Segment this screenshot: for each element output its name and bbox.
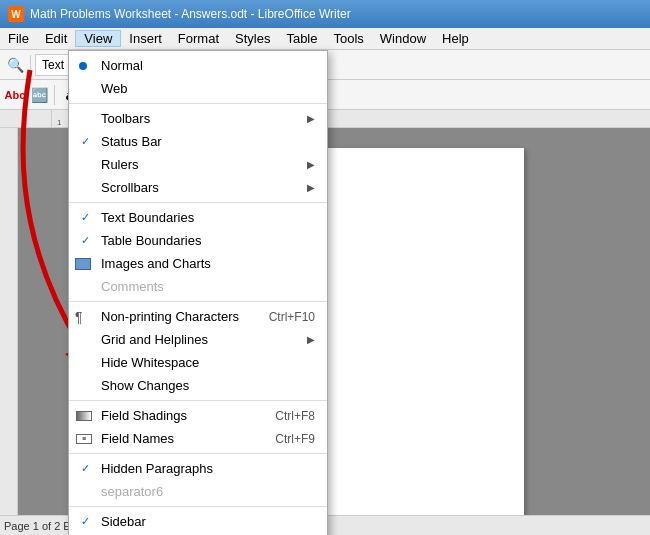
menu-format[interactable]: Format: [170, 30, 227, 47]
menu-scrollbars[interactable]: Scrollbars ▶: [69, 176, 327, 199]
separator: [30, 55, 31, 75]
menu-field-names[interactable]: ≡ Field Names Ctrl+F9: [69, 427, 327, 450]
menu-input-method-status[interactable]: separator6: [69, 480, 327, 503]
text-boundaries-label: Text Boundaries: [101, 210, 194, 225]
table-boundaries-label: Table Boundaries: [101, 233, 201, 248]
check-status-bar-icon: ✓: [77, 134, 93, 150]
field-names-label: Field Names: [101, 431, 174, 446]
grid-label: Grid and Helplines: [101, 332, 208, 347]
sidebar-label: Sidebar: [101, 514, 146, 529]
menu-toolbars[interactable]: Toolbars ▶: [69, 107, 327, 130]
menu-comments[interactable]: Comments: [69, 275, 327, 298]
menu-file[interactable]: File: [0, 30, 37, 47]
menu-edit[interactable]: Edit: [37, 30, 75, 47]
menu-field-shadings[interactable]: Field Shadings Ctrl+F8: [69, 404, 327, 427]
ruler-corner: [0, 110, 52, 128]
sep-2: [69, 202, 327, 203]
web-label: Web: [101, 81, 128, 96]
toolbar-abc-btn[interactable]: Abc: [4, 84, 26, 106]
scrollbars-arrow: ▶: [307, 182, 315, 193]
menu-styles[interactable]: Styles: [227, 30, 278, 47]
view-menu-dropdown: Normal Web Toolbars ▶ ✓ Status Bar Ruler…: [68, 50, 328, 535]
field-shading-icon: [75, 408, 93, 424]
check-hidden-paragraphs-icon: ✓: [77, 461, 93, 477]
app-icon: W: [8, 6, 24, 22]
menu-window[interactable]: Window: [372, 30, 434, 47]
menu-web[interactable]: Web: [69, 77, 327, 100]
rulers-label: Rulers: [101, 157, 139, 172]
nonprint-label: Non-printing Characters: [101, 309, 239, 324]
check-table-boundaries-icon: ✓: [77, 233, 93, 249]
menu-normal[interactable]: Normal: [69, 54, 327, 77]
menu-status-bar[interactable]: ✓ Status Bar: [69, 130, 327, 153]
sep-3: [69, 301, 327, 302]
hidden-paragraphs-label: Hidden Paragraphs: [101, 461, 213, 476]
normal-label: Normal: [101, 58, 143, 73]
hide-whitespace-label: Hide Whitespace: [101, 355, 199, 370]
sep4: [54, 85, 55, 105]
menu-table-boundaries[interactable]: ✓ Table Boundaries: [69, 229, 327, 252]
menu-hide-whitespace[interactable]: Hide Whitespace: [69, 351, 327, 374]
menu-help[interactable]: Help: [434, 30, 477, 47]
scrollbars-label: Scrollbars: [101, 180, 159, 195]
radio-normal-icon: [79, 62, 87, 70]
rulers-arrow: ▶: [307, 159, 315, 170]
toolbar-spell-btn[interactable]: 🔤: [28, 84, 50, 106]
nonprint-shortcut: Ctrl+F10: [269, 310, 315, 324]
window-title: Math Problems Worksheet - Answers.odt - …: [30, 7, 351, 21]
comments-label: Comments: [101, 279, 164, 294]
sep-4: [69, 400, 327, 401]
menu-table[interactable]: Table: [278, 30, 325, 47]
grid-arrow: ▶: [307, 334, 315, 345]
menu-bar: File Edit View Insert Format Styles Tabl…: [0, 28, 650, 50]
check-images-icon: [75, 256, 91, 272]
submenu-arrow: ▶: [307, 113, 315, 124]
menu-text-boundaries[interactable]: ✓ Text Boundaries: [69, 206, 327, 229]
menu-insert[interactable]: Insert: [121, 30, 170, 47]
menu-view[interactable]: View: [75, 30, 121, 47]
sep-5: [69, 453, 327, 454]
images-charts-label: Images and Charts: [101, 256, 211, 271]
status-bar-label: Status Bar: [101, 134, 162, 149]
menu-show-changes[interactable]: Show Changes: [69, 374, 327, 397]
menu-tools[interactable]: Tools: [325, 30, 371, 47]
field-shadings-shortcut: Ctrl+F8: [275, 409, 315, 423]
vertical-ruler: [0, 128, 18, 515]
toolbars-label: Toolbars: [101, 111, 150, 126]
title-bar: W Math Problems Worksheet - Answers.odt …: [0, 0, 650, 28]
menu-hidden-paragraphs[interactable]: ✓ Hidden Paragraphs: [69, 457, 327, 480]
menu-grid[interactable]: Grid and Helplines ▶: [69, 328, 327, 351]
dropdown-panel: Normal Web Toolbars ▶ ✓ Status Bar Ruler…: [68, 50, 328, 535]
pilcrow-icon: ¶: [75, 309, 83, 325]
toolbar-open-btn[interactable]: 🔍: [4, 54, 26, 76]
sep-6: [69, 506, 327, 507]
sep-1: [69, 103, 327, 104]
check-text-boundaries-icon: ✓: [77, 210, 93, 226]
menu-images-charts[interactable]: Images and Charts: [69, 252, 327, 275]
field-name-icon: ≡: [75, 431, 93, 447]
menu-sidebar[interactable]: ✓ Sidebar: [69, 510, 327, 533]
menu-nonprint[interactable]: ¶ Non-printing Characters Ctrl+F10: [69, 305, 327, 328]
check-sidebar-icon: ✓: [77, 514, 93, 530]
field-names-shortcut: Ctrl+F9: [275, 432, 315, 446]
show-changes-label: Show Changes: [101, 378, 189, 393]
input-method-label: separator6: [101, 484, 163, 499]
field-shadings-label: Field Shadings: [101, 408, 187, 423]
menu-rulers[interactable]: Rulers ▶: [69, 153, 327, 176]
